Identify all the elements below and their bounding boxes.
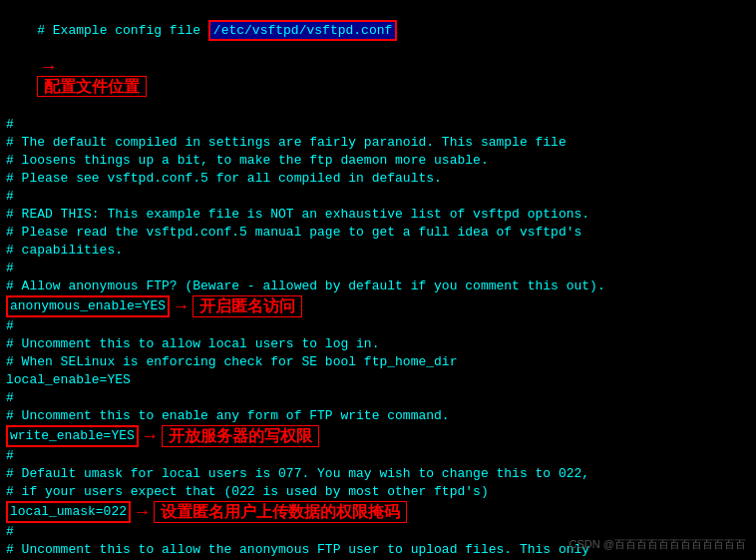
line-2: # bbox=[6, 116, 750, 134]
line-20: # bbox=[6, 447, 750, 465]
line-15: # When SELinux is enforcing check for SE… bbox=[6, 353, 750, 371]
line-21: # Default umask for local users is 077. … bbox=[6, 465, 750, 483]
line-7: # READ THIS: This example file is NOT an… bbox=[6, 206, 750, 224]
config-path: /etc/vsftpd/vsftpd.conf bbox=[208, 20, 397, 41]
line-6: # bbox=[6, 188, 750, 206]
arrow-3: → bbox=[145, 427, 156, 445]
line-12: anonymous_enable=YES → 开启匿名访问 bbox=[6, 295, 750, 317]
line-14: # Uncomment this to allow local users to… bbox=[6, 335, 750, 353]
line-10: # bbox=[6, 260, 750, 278]
write-enable-setting: write_enable=YES bbox=[6, 425, 139, 447]
line-19: write_enable=YES → 开放服务器的写权限 bbox=[6, 425, 750, 447]
arrow-4: → bbox=[137, 503, 148, 521]
line-22: # if your users expect that (022 is used… bbox=[6, 483, 750, 501]
line-3: # The default compiled in settings are f… bbox=[6, 134, 750, 152]
line-1: # Example config file /etc/vsftpd/vsftpd… bbox=[6, 4, 750, 116]
line-13: # bbox=[6, 317, 750, 335]
terminal: # Example config file /etc/vsftpd/vsftpd… bbox=[0, 0, 756, 560]
line-23: local_umask=022 → 设置匿名用户上传数据的权限掩码 bbox=[6, 501, 750, 523]
label-anon-access: 开启匿名访问 bbox=[192, 295, 302, 317]
line-9: # capabilities. bbox=[6, 242, 750, 260]
line-11: # Allow anonymous FTP? (Beware - allowed… bbox=[6, 278, 750, 295]
arrow-1: → bbox=[43, 57, 54, 77]
line-18: # Uncomment this to enable any form of F… bbox=[6, 407, 750, 425]
line-prefix-1: # Example config file bbox=[37, 23, 208, 38]
line-8: # Please read the vsftpd.conf.5 manual p… bbox=[6, 224, 750, 242]
line-5: # Please see vsftpd.conf.5 for all compi… bbox=[6, 170, 750, 188]
line-16: local_enable=YES bbox=[6, 371, 750, 389]
label-umask: 设置匿名用户上传数据的权限掩码 bbox=[154, 501, 407, 523]
label-config-path: 配置文件位置 bbox=[37, 76, 147, 97]
watermark: CSDN @百百百百百百百百百百百百 bbox=[569, 537, 746, 552]
local-umask-setting: local_umask=022 bbox=[6, 501, 131, 523]
line-4: # loosens things up a bit, to make the f… bbox=[6, 152, 750, 170]
label-write-permission: 开放服务器的写权限 bbox=[162, 425, 319, 447]
anonymous-enable-setting: anonymous_enable=YES bbox=[6, 295, 170, 317]
line-17: # bbox=[6, 389, 750, 407]
arrow-2: → bbox=[176, 297, 187, 315]
